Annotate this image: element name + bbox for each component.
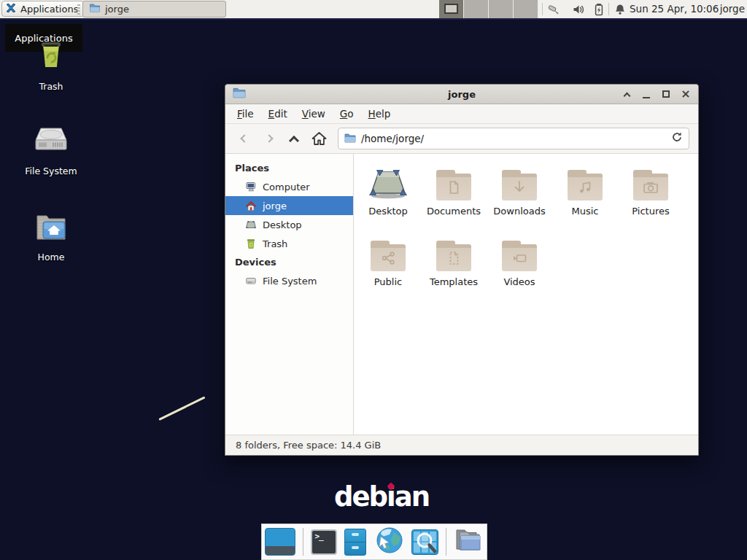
home-button[interactable] [309,128,329,149]
desktop-icon-trash[interactable]: Trash [16,38,86,92]
desktop-icon-label: File System [25,166,77,176]
debian-wallpaper-logo: debian [334,481,429,513]
shade-button[interactable] [622,89,632,99]
top-panel: Applications jorge Sun 25 [0,0,747,20]
panel-user-menu[interactable]: jorge [720,0,745,18]
taskbar-window-label: jorge [105,4,129,15]
file-documents[interactable]: Documents [421,163,487,233]
trash-icon [245,238,257,249]
application-finder-launcher[interactable] [411,529,438,555]
desktop: Applications jorge Sun 25 [0,0,747,560]
menu-view[interactable]: View [295,104,333,123]
sidebar-header-devices: Devices [225,253,353,271]
window-folder-icon [89,2,101,16]
menu-go[interactable]: Go [333,104,361,123]
sidebar-item-filesystem[interactable]: File System [225,271,353,290]
workspace-3[interactable] [489,0,514,18]
menu-help[interactable]: Help [361,104,398,123]
file-manager-window: jorge × File Edit View Go Help [225,84,699,456]
reload-icon[interactable] [671,131,683,146]
up-button[interactable] [284,128,304,149]
menu-edit[interactable]: Edit [261,104,295,123]
file-public[interactable]: Public [355,233,421,304]
sidebar-item-desktop[interactable]: Desktop [225,215,353,234]
sidebar-item-computer[interactable]: Computer [225,177,353,196]
close-button[interactable]: × [681,89,691,99]
bottom-dock-panel: >_ [261,524,487,560]
workspace-4[interactable] [514,0,538,18]
debian-wordmark: debian [334,481,429,513]
harddisk-icon [245,275,257,287]
file-list[interactable]: Desktop Documents [354,154,698,435]
location-path[interactable]: /home/jorge/ [361,133,666,144]
sidebar: Places Computer jorge Desktop Trash [225,154,354,435]
public-folder-icon [371,233,406,271]
location-folder-icon [344,132,356,146]
file-desktop[interactable]: Desktop [355,163,421,233]
back-button[interactable] [234,128,255,149]
minimize-button[interactable] [641,89,651,99]
workspace-pager[interactable] [439,0,538,18]
harddisk-icon [33,124,69,160]
file-manager-launcher[interactable] [344,529,366,556]
web-browser-launcher[interactable] [374,525,404,559]
templates-folder-icon [436,233,471,271]
toolbar: /home/jorge/ [225,124,698,154]
user-home-icon [245,200,257,211]
location-bar[interactable]: /home/jorge/ [338,128,689,149]
desktop-icon-label: Trash [39,81,63,92]
panel-separator-handle[interactable] [77,4,80,15]
workspace-window-preview [444,4,458,14]
sidebar-item-jorge[interactable]: jorge [225,196,353,215]
notifications-bell-icon[interactable] [614,3,627,16]
panel-clock[interactable]: Sun 25 Apr, 10:06 [630,0,719,18]
xfce-logo-icon [5,2,17,16]
taskbar-window-button[interactable]: jorge [82,1,226,18]
volume-icon[interactable] [572,3,585,16]
dock-separator [446,528,446,556]
cabinet-drawer [345,529,365,542]
computer-icon [245,181,257,192]
file-videos[interactable]: Videos [487,233,552,304]
home-folder-icon [34,210,69,246]
status-text: 8 folders, Free space: 14.4 GiB [236,440,381,451]
tray-separator-2 [608,3,609,15]
menubar: File Edit View Go Help [225,104,698,124]
cabinet-drawer [345,542,365,555]
battery-charging-icon[interactable] [592,3,605,16]
desktop-icon-label: Home [38,252,65,262]
file-templates[interactable]: Templates [421,233,487,304]
titlebar[interactable]: jorge × [225,85,698,104]
magnifier-icon [412,530,438,555]
downloads-folder-icon [502,163,537,201]
desktop-icon [245,219,257,230]
applications-menu-label: Applications [20,4,78,15]
forward-button[interactable] [259,128,279,149]
terminal-prompt-glyph: >_ [315,532,323,541]
statusbar: 8 folders, Free space: 14.4 GiB [225,435,698,455]
maximize-button[interactable] [661,89,671,99]
file-downloads[interactable]: Downloads [487,163,552,233]
trash-icon [34,38,69,76]
videos-folder-icon [502,233,537,271]
file-music[interactable]: Music [552,163,618,233]
settings-tool-icon[interactable] [548,3,561,16]
workspace-2[interactable] [464,0,489,18]
dock-separator [303,528,303,556]
desktop-icon-filesystem[interactable]: File System [16,124,86,176]
tray-separator [542,3,543,15]
show-desktop-button[interactable] [265,528,295,556]
menu-file[interactable]: File [230,104,261,123]
applications-menu-button[interactable]: Applications [1,1,85,17]
cursor-artifact [158,396,205,420]
sidebar-item-trash[interactable]: Trash [225,234,353,253]
workspace-1[interactable] [439,0,464,18]
pictures-folder-icon [633,163,668,201]
desktop-folder-icon [368,163,409,201]
documents-folder-icon [436,163,471,201]
terminal-launcher[interactable]: >_ [311,529,337,555]
music-folder-icon [568,163,603,201]
desktop-icon-home[interactable]: Home [16,210,86,262]
file-pictures[interactable]: Pictures [618,163,684,233]
directory-menu-launcher[interactable] [454,526,484,557]
